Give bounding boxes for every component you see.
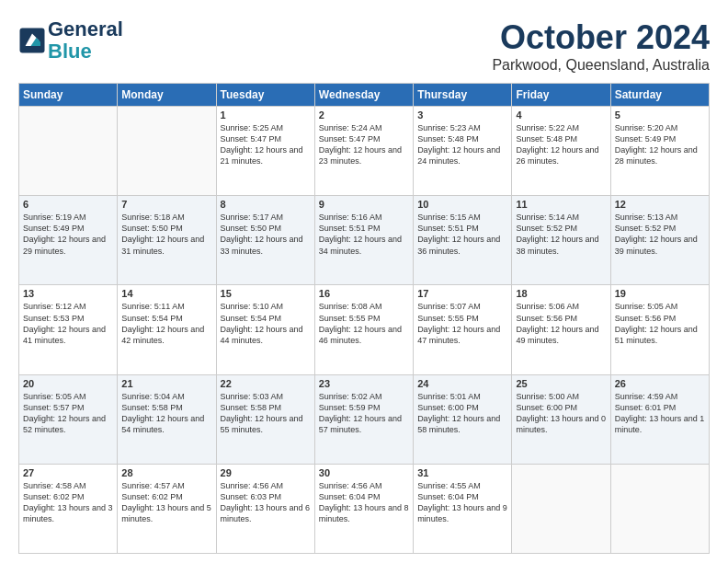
day-info: Sunrise: 5:19 AM Sunset: 5:49 PM Dayligh…: [23, 212, 113, 257]
day-info: Sunrise: 5:12 AM Sunset: 5:53 PM Dayligh…: [23, 301, 113, 346]
day-number: 27: [23, 467, 113, 478]
day-number: 19: [615, 288, 705, 299]
day-info: Sunrise: 5:06 AM Sunset: 5:56 PM Dayligh…: [516, 301, 606, 346]
day-number: 11: [516, 199, 606, 210]
calendar-day-cell: 22Sunrise: 5:03 AM Sunset: 5:58 PM Dayli…: [216, 374, 314, 464]
day-number: 24: [417, 378, 507, 389]
calendar-day-cell: 20Sunrise: 5:05 AM Sunset: 5:57 PM Dayli…: [19, 374, 118, 464]
calendar-day-cell: [118, 107, 216, 196]
day-number: 29: [221, 467, 311, 478]
day-info: Sunrise: 5:20 AM Sunset: 5:49 PM Dayligh…: [615, 122, 705, 167]
calendar-day-cell: 3Sunrise: 5:23 AM Sunset: 5:48 PM Daylig…: [414, 107, 512, 196]
calendar-day-cell: 28Sunrise: 4:57 AM Sunset: 6:02 PM Dayli…: [118, 464, 216, 553]
day-number: 17: [417, 288, 507, 299]
day-info: Sunrise: 5:01 AM Sunset: 6:00 PM Dayligh…: [417, 391, 507, 436]
title-block: October 2024 Parkwood, Queensland, Austr…: [492, 18, 710, 74]
day-info: Sunrise: 5:17 AM Sunset: 5:50 PM Dayligh…: [221, 212, 311, 257]
calendar-week-row: 13Sunrise: 5:12 AM Sunset: 5:53 PM Dayli…: [19, 285, 710, 374]
day-info: Sunrise: 4:59 AM Sunset: 6:01 PM Dayligh…: [615, 391, 705, 436]
day-info: Sunrise: 5:00 AM Sunset: 6:00 PM Dayligh…: [516, 391, 606, 436]
header-thursday: Thursday: [414, 84, 512, 107]
day-info: Sunrise: 5:10 AM Sunset: 5:54 PM Dayligh…: [221, 301, 311, 346]
header-friday: Friday: [512, 84, 610, 107]
day-info: Sunrise: 4:56 AM Sunset: 6:04 PM Dayligh…: [319, 480, 409, 525]
day-number: 15: [221, 288, 311, 299]
day-info: Sunrise: 5:11 AM Sunset: 5:54 PM Dayligh…: [121, 301, 211, 346]
day-info: Sunrise: 4:55 AM Sunset: 6:04 PM Dayligh…: [417, 480, 507, 525]
day-info: Sunrise: 5:14 AM Sunset: 5:52 PM Dayligh…: [516, 212, 606, 257]
day-info: Sunrise: 5:05 AM Sunset: 5:56 PM Dayligh…: [615, 301, 705, 346]
calendar-day-cell: 1Sunrise: 5:25 AM Sunset: 5:47 PM Daylig…: [216, 107, 314, 196]
header-tuesday: Tuesday: [216, 84, 314, 107]
day-info: Sunrise: 5:05 AM Sunset: 5:57 PM Dayligh…: [23, 391, 113, 436]
day-number: 13: [23, 288, 113, 299]
day-number: 10: [417, 199, 507, 210]
day-info: Sunrise: 5:15 AM Sunset: 5:51 PM Dayligh…: [417, 212, 507, 257]
day-info: Sunrise: 5:25 AM Sunset: 5:47 PM Dayligh…: [221, 122, 311, 167]
page: GeneralBlue October 2024 Parkwood, Queen…: [0, 0, 728, 563]
day-number: 2: [319, 109, 409, 121]
header-wednesday: Wednesday: [314, 84, 413, 107]
day-number: 18: [516, 288, 606, 299]
day-number: 14: [121, 288, 211, 299]
calendar-day-cell: 18Sunrise: 5:06 AM Sunset: 5:56 PM Dayli…: [512, 285, 610, 374]
day-info: Sunrise: 5:08 AM Sunset: 5:55 PM Dayligh…: [319, 301, 409, 346]
day-info: Sunrise: 5:07 AM Sunset: 5:55 PM Dayligh…: [417, 301, 507, 346]
day-info: Sunrise: 5:02 AM Sunset: 5:59 PM Dayligh…: [319, 391, 409, 436]
calendar-day-cell: 11Sunrise: 5:14 AM Sunset: 5:52 PM Dayli…: [512, 196, 610, 285]
logo: GeneralBlue: [18, 18, 123, 63]
logo-icon: [18, 27, 46, 54]
day-number: 23: [319, 378, 409, 389]
header-saturday: Saturday: [610, 84, 709, 107]
header-sunday: Sunday: [19, 84, 118, 107]
calendar-day-cell: 7Sunrise: 5:18 AM Sunset: 5:50 PM Daylig…: [118, 196, 216, 285]
day-info: Sunrise: 5:03 AM Sunset: 5:58 PM Dayligh…: [221, 391, 311, 436]
day-number: 16: [319, 288, 409, 299]
calendar-day-cell: [19, 107, 118, 196]
day-number: 1: [221, 109, 311, 121]
day-number: 22: [221, 378, 311, 389]
calendar-day-cell: 19Sunrise: 5:05 AM Sunset: 5:56 PM Dayli…: [610, 285, 709, 374]
day-number: 5: [615, 109, 705, 121]
calendar-day-cell: 21Sunrise: 5:04 AM Sunset: 5:58 PM Dayli…: [118, 374, 216, 464]
day-number: 12: [615, 199, 705, 210]
calendar-day-cell: 9Sunrise: 5:16 AM Sunset: 5:51 PM Daylig…: [314, 196, 413, 285]
day-info: Sunrise: 5:23 AM Sunset: 5:48 PM Dayligh…: [417, 122, 507, 167]
day-number: 30: [319, 467, 409, 478]
calendar-day-cell: 13Sunrise: 5:12 AM Sunset: 5:53 PM Dayli…: [19, 285, 118, 374]
day-info: Sunrise: 5:13 AM Sunset: 5:52 PM Dayligh…: [615, 212, 705, 257]
day-number: 7: [121, 199, 211, 210]
calendar-day-cell: 25Sunrise: 5:00 AM Sunset: 6:00 PM Dayli…: [512, 374, 610, 464]
calendar-table: Sunday Monday Tuesday Wednesday Thursday…: [18, 83, 710, 554]
day-number: 21: [121, 378, 211, 389]
calendar-day-cell: [512, 464, 610, 553]
calendar-day-cell: 24Sunrise: 5:01 AM Sunset: 6:00 PM Dayli…: [414, 374, 512, 464]
calendar-week-row: 6Sunrise: 5:19 AM Sunset: 5:49 PM Daylig…: [19, 196, 710, 285]
calendar-day-cell: 4Sunrise: 5:22 AM Sunset: 5:48 PM Daylig…: [512, 107, 610, 196]
day-info: Sunrise: 4:57 AM Sunset: 6:02 PM Dayligh…: [121, 480, 211, 525]
day-number: 20: [23, 378, 113, 389]
calendar-day-cell: 12Sunrise: 5:13 AM Sunset: 5:52 PM Dayli…: [610, 196, 709, 285]
logo-blue: Blue: [48, 40, 92, 63]
day-info: Sunrise: 4:58 AM Sunset: 6:02 PM Dayligh…: [23, 480, 113, 525]
day-number: 31: [417, 467, 507, 478]
calendar-day-cell: 27Sunrise: 4:58 AM Sunset: 6:02 PM Dayli…: [19, 464, 118, 553]
calendar-week-row: 27Sunrise: 4:58 AM Sunset: 6:02 PM Dayli…: [19, 464, 710, 553]
calendar-day-cell: 6Sunrise: 5:19 AM Sunset: 5:49 PM Daylig…: [19, 196, 118, 285]
calendar-day-cell: 30Sunrise: 4:56 AM Sunset: 6:04 PM Dayli…: [314, 464, 413, 553]
day-info: Sunrise: 5:22 AM Sunset: 5:48 PM Dayligh…: [516, 122, 606, 167]
day-number: 9: [319, 199, 409, 210]
calendar-week-row: 1Sunrise: 5:25 AM Sunset: 5:47 PM Daylig…: [19, 107, 710, 196]
calendar-day-cell: 10Sunrise: 5:15 AM Sunset: 5:51 PM Dayli…: [414, 196, 512, 285]
day-number: 4: [516, 109, 606, 121]
calendar-day-cell: 31Sunrise: 4:55 AM Sunset: 6:04 PM Dayli…: [414, 464, 512, 553]
location-subtitle: Parkwood, Queensland, Australia: [492, 57, 710, 74]
day-number: 6: [23, 199, 113, 210]
header-monday: Monday: [118, 84, 216, 107]
calendar-header-row: Sunday Monday Tuesday Wednesday Thursday…: [19, 84, 710, 107]
calendar-day-cell: 23Sunrise: 5:02 AM Sunset: 5:59 PM Dayli…: [314, 374, 413, 464]
month-title: October 2024: [492, 18, 710, 57]
calendar-day-cell: 17Sunrise: 5:07 AM Sunset: 5:55 PM Dayli…: [414, 285, 512, 374]
calendar-day-cell: 5Sunrise: 5:20 AM Sunset: 5:49 PM Daylig…: [610, 107, 709, 196]
calendar-day-cell: 29Sunrise: 4:56 AM Sunset: 6:03 PM Dayli…: [216, 464, 314, 553]
